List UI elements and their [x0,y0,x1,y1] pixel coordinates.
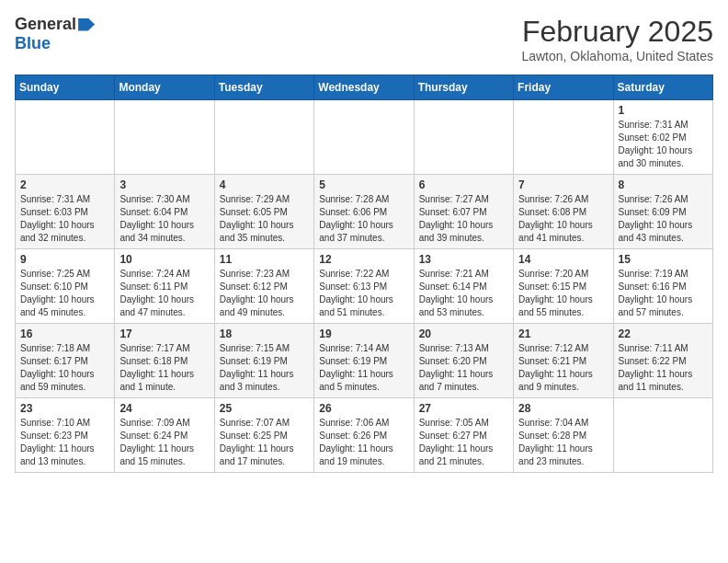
day-info: Sunrise: 7:04 AM Sunset: 6:28 PM Dayligh… [518,417,608,468]
calendar-cell: 1Sunrise: 7:31 AM Sunset: 6:02 PM Daylig… [613,100,712,175]
calendar-cell: 4Sunrise: 7:29 AM Sunset: 6:05 PM Daylig… [214,175,313,249]
calendar-cell: 19Sunrise: 7:14 AM Sunset: 6:19 PM Dayli… [314,324,414,398]
location-title: Lawton, Oklahoma, United States [521,49,713,63]
day-number: 1 [619,104,708,117]
day-number: 25 [220,402,309,415]
day-info: Sunrise: 7:21 AM Sunset: 6:14 PM Dayligh… [419,268,508,319]
calendar-cell: 22Sunrise: 7:11 AM Sunset: 6:22 PM Dayli… [613,324,712,398]
day-info: Sunrise: 7:26 AM Sunset: 6:08 PM Dayligh… [518,193,608,245]
day-info: Sunrise: 7:31 AM Sunset: 6:02 PM Dayligh… [619,119,708,170]
day-info: Sunrise: 7:24 AM Sunset: 6:11 PM Dayligh… [119,268,209,319]
calendar-cell: 10Sunrise: 7:24 AM Sunset: 6:11 PM Dayli… [115,249,214,324]
calendar-cell: 11Sunrise: 7:23 AM Sunset: 6:12 PM Dayli… [214,249,313,324]
day-number: 19 [319,327,408,340]
day-number: 8 [619,178,708,191]
day-number: 17 [119,327,209,340]
calendar-header-row: SundayMondayTuesdayWednesdayThursdayFrid… [16,75,713,100]
day-number: 21 [518,327,608,340]
month-title: February 2025 [521,15,713,49]
weekday-header: Sunday [16,75,115,100]
calendar-cell: 20Sunrise: 7:13 AM Sunset: 6:20 PM Dayli… [414,324,513,398]
calendar-cell: 21Sunrise: 7:12 AM Sunset: 6:21 PM Dayli… [514,324,613,398]
calendar-cell: 28Sunrise: 7:04 AM Sunset: 6:28 PM Dayli… [514,398,613,473]
weekday-header: Monday [115,75,214,100]
day-info: Sunrise: 7:10 AM Sunset: 6:23 PM Dayligh… [20,417,109,468]
day-info: Sunrise: 7:13 AM Sunset: 6:20 PM Dayligh… [419,342,508,394]
weekday-header: Thursday [414,75,513,100]
calendar-cell: 9Sunrise: 7:25 AM Sunset: 6:10 PM Daylig… [16,249,115,324]
logo-general: General [15,15,76,34]
day-number: 11 [220,253,309,266]
calendar-cell: 24Sunrise: 7:09 AM Sunset: 6:24 PM Dayli… [115,398,214,473]
calendar-cell: 2Sunrise: 7:31 AM Sunset: 6:03 PM Daylig… [16,175,115,249]
calendar-cell: 17Sunrise: 7:17 AM Sunset: 6:18 PM Dayli… [115,324,214,398]
day-number: 15 [619,253,708,266]
day-number: 22 [619,327,708,340]
day-number: 24 [119,402,209,415]
day-info: Sunrise: 7:07 AM Sunset: 6:25 PM Dayligh… [220,417,309,468]
calendar-cell: 6Sunrise: 7:27 AM Sunset: 6:07 PM Daylig… [414,175,513,249]
logo-blue: Blue [15,34,51,53]
calendar-cell [613,398,712,473]
day-number: 20 [419,327,508,340]
calendar-cell [514,100,613,175]
day-info: Sunrise: 7:23 AM Sunset: 6:12 PM Dayligh… [220,268,309,319]
day-number: 9 [20,253,109,266]
day-number: 2 [20,178,109,191]
day-info: Sunrise: 7:14 AM Sunset: 6:19 PM Dayligh… [319,342,408,394]
day-number: 6 [419,178,508,191]
day-number: 27 [419,402,508,415]
day-info: Sunrise: 7:26 AM Sunset: 6:09 PM Dayligh… [619,193,708,245]
calendar-cell: 14Sunrise: 7:20 AM Sunset: 6:15 PM Dayli… [514,249,613,324]
day-info: Sunrise: 7:12 AM Sunset: 6:21 PM Dayligh… [518,342,608,394]
day-info: Sunrise: 7:31 AM Sunset: 6:03 PM Dayligh… [20,193,109,245]
day-number: 18 [220,327,309,340]
calendar-cell [414,100,513,175]
calendar-week-row: 1Sunrise: 7:31 AM Sunset: 6:02 PM Daylig… [16,100,713,175]
calendar-cell: 8Sunrise: 7:26 AM Sunset: 6:09 PM Daylig… [613,175,712,249]
day-info: Sunrise: 7:25 AM Sunset: 6:10 PM Dayligh… [20,268,109,319]
calendar-cell: 25Sunrise: 7:07 AM Sunset: 6:25 PM Dayli… [214,398,313,473]
calendar-week-row: 16Sunrise: 7:18 AM Sunset: 6:17 PM Dayli… [16,324,713,398]
day-info: Sunrise: 7:06 AM Sunset: 6:26 PM Dayligh… [319,417,408,468]
calendar-cell: 27Sunrise: 7:05 AM Sunset: 6:27 PM Dayli… [414,398,513,473]
day-number: 12 [319,253,408,266]
logo-icon [78,18,95,31]
page-header: General Blue February 2025 Lawton, Oklah… [15,15,713,63]
calendar-cell: 3Sunrise: 7:30 AM Sunset: 6:04 PM Daylig… [115,175,214,249]
calendar-cell: 12Sunrise: 7:22 AM Sunset: 6:13 PM Dayli… [314,249,414,324]
weekday-header: Saturday [613,75,712,100]
calendar-table: SundayMondayTuesdayWednesdayThursdayFrid… [15,75,713,473]
day-number: 16 [20,327,109,340]
day-info: Sunrise: 7:27 AM Sunset: 6:07 PM Dayligh… [419,193,508,245]
weekday-header: Friday [514,75,613,100]
calendar-cell: 5Sunrise: 7:28 AM Sunset: 6:06 PM Daylig… [314,175,414,249]
day-info: Sunrise: 7:29 AM Sunset: 6:05 PM Dayligh… [220,193,309,245]
day-info: Sunrise: 7:18 AM Sunset: 6:17 PM Dayligh… [20,342,109,394]
calendar-cell: 13Sunrise: 7:21 AM Sunset: 6:14 PM Dayli… [414,249,513,324]
calendar-week-row: 9Sunrise: 7:25 AM Sunset: 6:10 PM Daylig… [16,249,713,324]
calendar-cell [314,100,414,175]
calendar-cell: 23Sunrise: 7:10 AM Sunset: 6:23 PM Dayli… [16,398,115,473]
calendar-cell: 16Sunrise: 7:18 AM Sunset: 6:17 PM Dayli… [16,324,115,398]
calendar-cell: 26Sunrise: 7:06 AM Sunset: 6:26 PM Dayli… [314,398,414,473]
day-info: Sunrise: 7:22 AM Sunset: 6:13 PM Dayligh… [319,268,408,319]
day-info: Sunrise: 7:05 AM Sunset: 6:27 PM Dayligh… [419,417,508,468]
day-info: Sunrise: 7:09 AM Sunset: 6:24 PM Dayligh… [119,417,209,468]
calendar-cell: 18Sunrise: 7:15 AM Sunset: 6:19 PM Dayli… [214,324,313,398]
day-info: Sunrise: 7:20 AM Sunset: 6:15 PM Dayligh… [518,268,608,319]
weekday-header: Wednesday [314,75,414,100]
day-info: Sunrise: 7:30 AM Sunset: 6:04 PM Dayligh… [119,193,209,245]
calendar-cell: 15Sunrise: 7:19 AM Sunset: 6:16 PM Dayli… [613,249,712,324]
title-block: February 2025 Lawton, Oklahoma, United S… [521,15,713,63]
day-number: 14 [518,253,608,266]
calendar-week-row: 23Sunrise: 7:10 AM Sunset: 6:23 PM Dayli… [16,398,713,473]
day-number: 23 [20,402,109,415]
day-info: Sunrise: 7:15 AM Sunset: 6:19 PM Dayligh… [220,342,309,394]
calendar-cell [214,100,313,175]
day-number: 28 [518,402,608,415]
calendar-week-row: 2Sunrise: 7:31 AM Sunset: 6:03 PM Daylig… [16,175,713,249]
day-number: 4 [220,178,309,191]
weekday-header: Tuesday [214,75,313,100]
day-info: Sunrise: 7:28 AM Sunset: 6:06 PM Dayligh… [319,193,408,245]
